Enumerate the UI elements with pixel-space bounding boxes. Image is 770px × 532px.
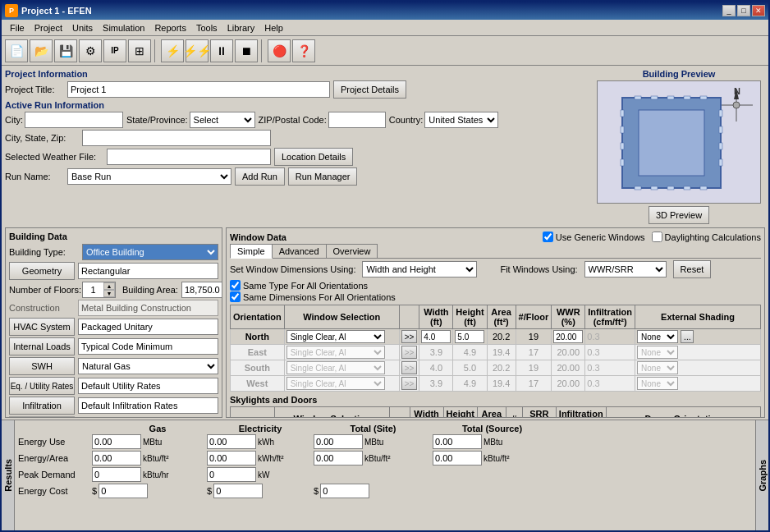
shading-north-btn[interactable]: ... bbox=[681, 330, 694, 343]
swh-button[interactable]: SWH bbox=[9, 357, 75, 375]
close-button[interactable]: ✕ bbox=[752, 5, 765, 16]
width-north-input[interactable] bbox=[421, 330, 451, 343]
toolbar-ip[interactable]: IP bbox=[103, 39, 126, 62]
energy-cost-gas-input[interactable] bbox=[99, 484, 148, 498]
active-run-label: Active Run Information bbox=[5, 100, 589, 110]
sd-th-name bbox=[231, 407, 275, 419]
toolbar-separator-1 bbox=[154, 39, 158, 62]
tab-advanced[interactable]: Advanced bbox=[272, 244, 327, 259]
ws-west-arrow-btn: >> bbox=[401, 377, 418, 390]
wwr-north-cell bbox=[552, 329, 585, 345]
peak-demand-elec-input[interactable] bbox=[207, 467, 256, 482]
energy-use-gas-input[interactable] bbox=[92, 434, 141, 449]
reset-button[interactable]: Reset bbox=[673, 260, 712, 278]
minimize-button[interactable]: _ bbox=[722, 5, 736, 16]
energy-area-gas-input[interactable] bbox=[92, 451, 141, 466]
state-select[interactable]: Select bbox=[190, 112, 255, 128]
toolbar-new[interactable]: 📄 bbox=[5, 39, 28, 62]
building-area-input[interactable] bbox=[181, 282, 222, 298]
floors-spinner[interactable]: ▲ ▼ bbox=[82, 282, 116, 298]
shading-north-cell: None ... bbox=[635, 329, 761, 345]
energy-area-elec-input[interactable] bbox=[207, 451, 256, 466]
tab-simple[interactable]: Simple bbox=[230, 244, 273, 259]
maximize-button[interactable]: □ bbox=[737, 5, 750, 16]
energy-use-elec-input[interactable] bbox=[207, 434, 256, 449]
menu-help[interactable]: Help bbox=[259, 21, 288, 34]
location-details-button[interactable]: Location Details bbox=[274, 148, 353, 166]
city-row: City: State/Province: Select ZIP/Postal … bbox=[5, 112, 589, 128]
internal-loads-button[interactable]: Internal Loads bbox=[9, 337, 75, 355]
toolbar-run1[interactable]: ⚡ bbox=[161, 39, 184, 62]
ws-north-arrow-btn[interactable]: >> bbox=[401, 330, 418, 343]
daylighting-calc-checkbox[interactable] bbox=[652, 232, 662, 242]
orientation-south: South bbox=[231, 360, 285, 376]
toolbar-help[interactable]: 🔴 bbox=[268, 39, 291, 62]
hvac-button[interactable]: HVAC System bbox=[9, 318, 75, 336]
menu-library[interactable]: Library bbox=[222, 21, 260, 34]
spinner-up[interactable]: ▲ bbox=[103, 282, 115, 290]
toolbar-open[interactable]: 📂 bbox=[30, 39, 53, 62]
toolbar-settings[interactable]: ⚙ bbox=[79, 39, 102, 62]
project-details-button[interactable]: Project Details bbox=[333, 80, 406, 99]
toolbar-save[interactable]: 💾 bbox=[54, 39, 77, 62]
use-generic-checkbox[interactable] bbox=[543, 232, 553, 242]
shading-north-select[interactable]: None bbox=[637, 330, 678, 343]
energy-area-elec: kWh/ft² bbox=[207, 451, 314, 466]
swh-select[interactable]: Natural Gas bbox=[78, 358, 218, 374]
floors-row: Number of Floors: ▲ ▼ Building Area: ft² bbox=[9, 282, 218, 298]
graphs-label: Graphs bbox=[758, 460, 768, 492]
project-title-input[interactable] bbox=[67, 81, 330, 98]
menu-file[interactable]: File bbox=[5, 21, 30, 34]
set-dims-select[interactable]: Width and Height bbox=[362, 261, 477, 277]
toolbar-about[interactable]: ❓ bbox=[292, 39, 315, 62]
weather-input[interactable] bbox=[107, 149, 271, 165]
energy-use-site-input[interactable] bbox=[314, 434, 363, 449]
energy-area-site-input[interactable] bbox=[314, 451, 363, 466]
geometry-button[interactable]: Geometry bbox=[9, 262, 75, 280]
eq-utility-button[interactable]: Eq. / Utility Rates bbox=[9, 377, 75, 395]
tab-filler bbox=[377, 244, 761, 259]
toolbar-pause[interactable]: ⏸ bbox=[210, 39, 233, 62]
run-manager-button[interactable]: Run Manager bbox=[288, 167, 358, 186]
country-select[interactable]: United States bbox=[424, 112, 498, 128]
building-type-select[interactable]: Office Building bbox=[82, 244, 218, 260]
city-state-input[interactable] bbox=[82, 130, 271, 146]
spinner-down[interactable]: ▼ bbox=[103, 290, 115, 297]
energy-use-gas-unit: MBtu bbox=[143, 438, 162, 447]
th-per-floor: #/Floor bbox=[516, 305, 552, 329]
tab-overview[interactable]: Overview bbox=[326, 244, 378, 259]
toolbar-stop[interactable]: ⏹ bbox=[235, 39, 258, 62]
toolbar-grid[interactable]: ⊞ bbox=[128, 39, 151, 62]
menu-tools[interactable]: Tools bbox=[191, 21, 222, 34]
run-name-label: Run Name: bbox=[5, 172, 64, 181]
run-name-select[interactable]: Base Run bbox=[67, 168, 231, 185]
graphs-side-tab[interactable]: Graphs bbox=[755, 420, 768, 530]
energy-use-source-input[interactable] bbox=[433, 434, 482, 449]
city-input[interactable] bbox=[25, 112, 123, 128]
daylighting-calc-row: Daylighting Calculations bbox=[652, 232, 761, 242]
wwr-north-input[interactable] bbox=[553, 330, 583, 343]
height-north-input[interactable] bbox=[455, 330, 484, 343]
menu-simulation[interactable]: Simulation bbox=[98, 21, 149, 34]
fit-windows-select[interactable]: WWR/SRR bbox=[584, 261, 667, 277]
floors-input[interactable] bbox=[83, 282, 103, 297]
same-dims-checkbox[interactable] bbox=[230, 291, 241, 302]
3d-preview-button[interactable]: 3D Preview bbox=[649, 206, 709, 224]
same-type-checkbox[interactable] bbox=[230, 280, 241, 291]
infiltration-button[interactable]: Infiltration bbox=[9, 397, 75, 415]
energy-cost-site-input[interactable] bbox=[320, 484, 369, 498]
ws-north-select[interactable]: Single Clear, Al bbox=[286, 330, 385, 343]
energy-area-source-input[interactable] bbox=[433, 451, 482, 466]
add-run-button[interactable]: Add Run bbox=[235, 167, 285, 186]
menu-units[interactable]: Units bbox=[67, 21, 98, 34]
results-side-tab[interactable]: Results bbox=[2, 420, 15, 530]
svg-rect-17 bbox=[667, 96, 674, 99]
zip-input[interactable] bbox=[328, 112, 386, 128]
table-row: East Single Clear, Al >> 3.9 4.9 bbox=[231, 345, 761, 360]
svg-rect-15 bbox=[635, 96, 641, 99]
menu-project[interactable]: Project bbox=[30, 21, 67, 34]
energy-cost-elec-input[interactable] bbox=[213, 484, 263, 498]
peak-demand-gas-input[interactable] bbox=[92, 467, 141, 482]
toolbar-run2[interactable]: ⚡⚡ bbox=[186, 39, 209, 62]
menu-reports[interactable]: Reports bbox=[149, 21, 191, 34]
